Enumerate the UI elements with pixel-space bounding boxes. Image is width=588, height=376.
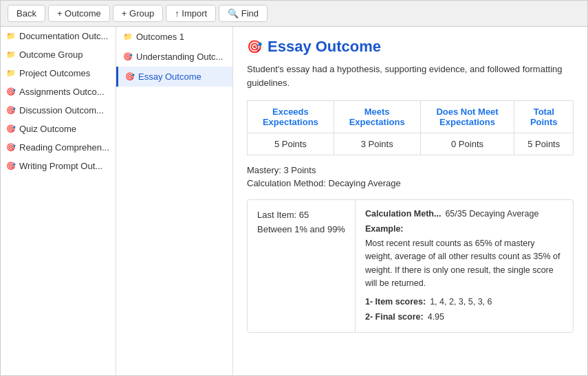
- sidebar-item-discussion[interactable]: 🎯 Discussion Outcom...: [1, 101, 116, 120]
- last-item-text: Last Item: 65: [257, 208, 345, 223]
- not-meet-header: Does Not MeetExpectations: [420, 101, 514, 133]
- outcome-button[interactable]: + Outcome: [48, 5, 110, 22]
- target-icon: 🎯: [125, 72, 135, 81]
- content-title: 🎯 Essay Outcome: [247, 38, 574, 56]
- page-title: Essay Outcome: [268, 38, 381, 56]
- find-button[interactable]: 🔍 Find: [219, 5, 268, 22]
- calc-method-row: Calculation Meth... 65/35 Decaying Avera…: [365, 207, 563, 221]
- folder-icon: 📁: [123, 32, 133, 41]
- exceeds-value: 5 Points: [248, 133, 334, 155]
- sidebar-item-reading[interactable]: 🎯 Reading Comprehen...: [1, 138, 116, 157]
- item-scores-value: 1, 4, 2, 3, 5, 3, 6: [430, 295, 492, 309]
- main-layout: 📁 Documentation Outc... 📁 Outcome Group …: [1, 27, 587, 375]
- sidebar-item-quiz[interactable]: 🎯 Quiz Outcome: [1, 120, 116, 138]
- target-icon: 🎯: [6, 162, 16, 170]
- meets-header: MeetsExpectations: [334, 101, 420, 133]
- calc-method-label: Calculation Meth...: [365, 207, 441, 221]
- import-button[interactable]: ↑ Import: [166, 5, 216, 22]
- essay-outcome-icon: 🎯: [247, 39, 262, 54]
- back-button[interactable]: Back: [8, 5, 45, 22]
- sidebar-item-project-outcomes[interactable]: 📁 Project Outcomes: [1, 64, 116, 82]
- final-score-label: 2- Final score:: [365, 310, 424, 324]
- app-window: Back + Outcome + Group ↑ Import 🔍 Find 📁…: [0, 0, 588, 376]
- middle-nav: 📁 Outcomes 1 🎯 Understanding Outc... 🎯 E…: [116, 27, 233, 375]
- not-meet-value: 0 Points: [420, 133, 514, 155]
- calc-method-value: 65/35 Decaying Average: [445, 207, 538, 221]
- target-icon: 🎯: [6, 143, 16, 152]
- item-scores-row: 1- Item scores: 1, 4, 2, 3, 5, 3, 6: [365, 295, 563, 309]
- item-scores-label: 1- Item scores:: [365, 295, 426, 309]
- folder-icon: 📁: [6, 69, 16, 78]
- calc-method-text: Calculation Method: Decaying Average: [247, 178, 574, 188]
- target-icon: 🎯: [6, 106, 16, 115]
- folder-icon: 📁: [6, 32, 16, 41]
- sidebar-item-writing[interactable]: 🎯 Writing Prompt Out...: [1, 157, 116, 175]
- folder-icon: 📁: [6, 50, 16, 59]
- total-header: TotalPoints: [514, 101, 574, 133]
- points-table: ExceedsExpectations MeetsExpectations Do…: [247, 100, 574, 155]
- mastery-text: Mastery: 3 Points: [247, 165, 574, 175]
- example-label: Example:: [365, 222, 404, 236]
- sidebar: 📁 Documentation Outc... 📁 Outcome Group …: [1, 27, 116, 375]
- final-score-value: 4.95: [428, 310, 444, 324]
- toolbar: Back + Outcome + Group ↑ Import 🔍 Find: [1, 1, 587, 27]
- middle-nav-essay[interactable]: 🎯 Essay Outcome: [116, 67, 232, 87]
- example-row: Example:: [365, 222, 563, 236]
- middle-nav-outcomes1[interactable]: 📁 Outcomes 1: [116, 27, 232, 47]
- info-box-left: Last Item: 65 Between 1% and 99%: [248, 200, 356, 332]
- content-area: 🎯 Essay Outcome Student's essay had a hy…: [233, 27, 587, 375]
- outcome-description: Student's essay had a hypothesis, suppor…: [247, 63, 574, 89]
- group-button[interactable]: + Group: [113, 5, 163, 22]
- sidebar-item-assignments[interactable]: 🎯 Assignments Outco...: [1, 82, 116, 101]
- total-value: 5 Points: [514, 133, 574, 155]
- target-icon: 🎯: [123, 52, 133, 61]
- info-box-right: Calculation Meth... 65/35 Decaying Avera…: [356, 200, 573, 332]
- exceeds-header: ExceedsExpectations: [248, 101, 334, 133]
- sidebar-item-outcome-group[interactable]: 📁 Outcome Group: [1, 45, 116, 64]
- sidebar-item-documentation[interactable]: 📁 Documentation Outc...: [1, 27, 116, 45]
- between-text: Between 1% and 99%: [257, 223, 345, 237]
- final-score-row: 2- Final score: 4.95: [365, 310, 563, 324]
- target-icon: 🎯: [6, 124, 16, 133]
- meets-value: 3 Points: [334, 133, 420, 155]
- example-description: Most recent result counts as 65% of mast…: [365, 237, 563, 291]
- info-box: Last Item: 65 Between 1% and 99% Calcula…: [247, 199, 574, 333]
- middle-nav-understanding[interactable]: 🎯 Understanding Outc...: [116, 47, 232, 67]
- target-icon: 🎯: [6, 87, 16, 96]
